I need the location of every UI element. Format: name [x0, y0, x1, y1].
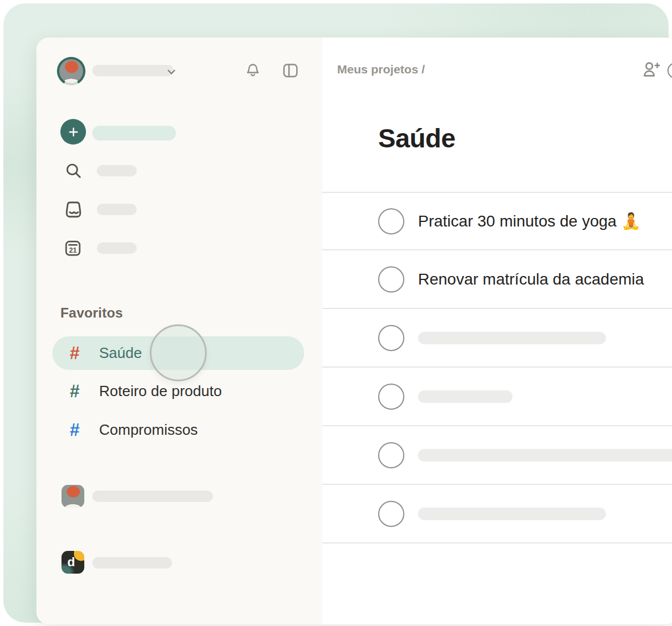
task-checkbox[interactable]: [378, 384, 404, 410]
favorites-heading: Favoritos: [60, 305, 123, 321]
task-row: [322, 485, 672, 543]
sidebar-item-saude[interactable]: # Saúde: [52, 336, 304, 370]
project-hash-icon: #: [67, 343, 82, 364]
notifications-bell-icon[interactable]: [244, 62, 261, 79]
sidebar-item-label: Saúde: [99, 344, 142, 362]
task-title[interactable]: Renovar matrícula da academia: [418, 270, 644, 289]
sidebar: 21 Favoritos # Saúde # Roteiro de produt…: [36, 38, 322, 624]
task-checkbox[interactable]: [378, 266, 404, 293]
project-hash-icon: #: [67, 381, 82, 402]
workspace-name-placeholder: [92, 557, 172, 569]
member-name-placeholder: [92, 491, 213, 502]
search-label-placeholder: [97, 165, 137, 176]
inbox-icon[interactable]: [63, 199, 84, 220]
desktop: 21 Favoritos # Saúde # Roteiro de produt…: [0, 0, 672, 626]
main-content: Meus projetos / Saúde Praticar 30 minuto…: [322, 38, 672, 624]
task-title-placeholder: [418, 332, 606, 344]
task-title-placeholder: [418, 508, 606, 520]
task-checkbox[interactable]: [378, 501, 404, 527]
task-list: Praticar 30 minutos de yoga 🧘 Renovar ma…: [322, 192, 672, 543]
task-title-placeholder: [418, 390, 513, 403]
plus-icon: [67, 125, 80, 139]
task-row: [322, 426, 672, 485]
today-day-number: 21: [69, 246, 77, 254]
breadcrumb[interactable]: Meus projetos /: [337, 63, 425, 76]
sidebar-item-roteiro-de-produto[interactable]: # Roteiro de produto: [52, 374, 304, 408]
chevron-down-icon[interactable]: [165, 65, 178, 78]
member-avatar[interactable]: [62, 485, 84, 508]
task-row: [322, 309, 672, 368]
user-avatar-image: [59, 59, 83, 83]
workspace-logo-glyph: d: [67, 555, 75, 570]
sidebar-item-compromissos[interactable]: # Compromissos: [52, 413, 304, 447]
task-title-placeholder: [418, 449, 672, 462]
sidebar-toggle-icon[interactable]: [280, 61, 301, 80]
task-row: Renovar matrícula da academia: [322, 250, 672, 309]
today-calendar-icon[interactable]: 21: [63, 238, 83, 258]
partial-toolbar-icon[interactable]: [667, 63, 672, 79]
add-task-button[interactable]: [60, 119, 86, 145]
project-hash-icon: #: [67, 420, 82, 440]
task-checkbox[interactable]: [378, 325, 404, 351]
inbox-label-placeholder: [97, 204, 137, 215]
task-checkbox[interactable]: [378, 442, 404, 468]
sidebar-item-label: Compromissos: [99, 421, 198, 439]
workspace-logo[interactable]: d: [62, 551, 84, 574]
add-task-label-placeholder: [92, 126, 176, 141]
user-avatar[interactable]: [57, 57, 85, 85]
invite-people-icon[interactable]: [640, 59, 662, 80]
search-icon[interactable]: [64, 161, 83, 180]
sidebar-item-label: Roteiro de produto: [99, 382, 222, 400]
task-row: [322, 368, 672, 426]
task-row: Praticar 30 minutos de yoga 🧘: [322, 192, 672, 250]
today-label-placeholder: [97, 242, 137, 254]
app-window: 21 Favoritos # Saúde # Roteiro de produt…: [36, 38, 672, 624]
project-title: Saúde: [378, 123, 456, 154]
task-checkbox[interactable]: [378, 208, 404, 234]
account-name-placeholder: [92, 65, 174, 76]
task-title[interactable]: Praticar 30 minutos de yoga 🧘: [418, 212, 641, 230]
